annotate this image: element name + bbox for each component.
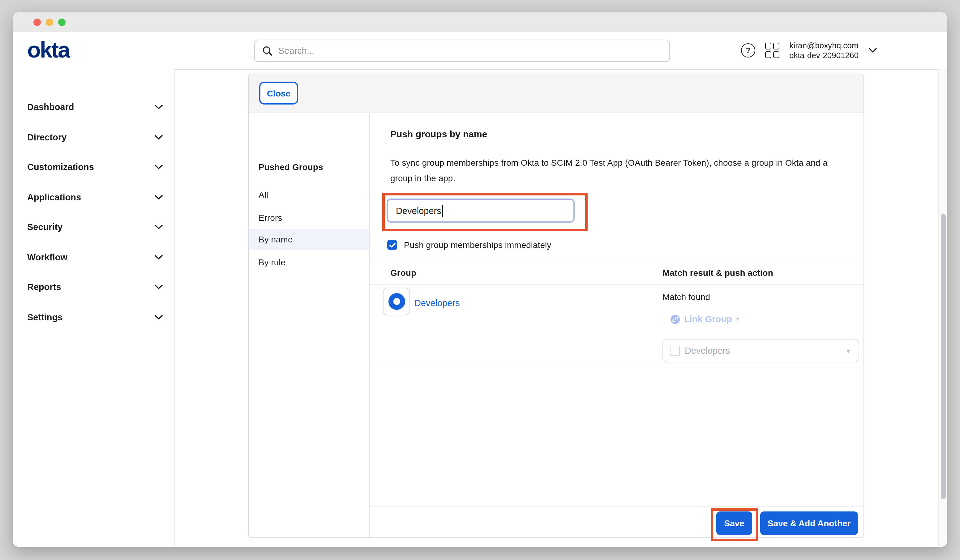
user-email: kiran@boxyhq.com bbox=[789, 40, 859, 50]
description-line-1: To sync group memberships from Okta to S… bbox=[390, 158, 828, 168]
sidebar-item-customizations[interactable]: Customizations bbox=[27, 161, 163, 173]
header-actions: ? kiran@boxyhq.com okta-dev-20901260 bbox=[741, 32, 877, 69]
okta-logo[interactable]: okta bbox=[27, 37, 69, 63]
chevron-down-icon bbox=[155, 255, 163, 260]
link-group-label: Link Group bbox=[684, 314, 732, 324]
page-title: Push groups by name bbox=[390, 129, 487, 139]
pushed-groups-subnav: Pushed Groups All Errors By name By rule bbox=[249, 112, 370, 538]
window-titlebar bbox=[13, 12, 947, 32]
divider bbox=[370, 260, 864, 260]
column-header-match: Match result & push action bbox=[662, 268, 773, 278]
footer-divider bbox=[370, 506, 864, 507]
close-button[interactable]: Close bbox=[259, 82, 298, 104]
link-group-action[interactable]: Link Group ▾ bbox=[670, 314, 739, 324]
push-immediately-label: Push group memberships immediately bbox=[404, 240, 551, 250]
match-status: Match found bbox=[662, 292, 710, 302]
chevron-down-icon bbox=[155, 224, 163, 229]
subnav-item-all[interactable]: All bbox=[249, 184, 369, 205]
sidebar-item-security[interactable]: Security bbox=[27, 221, 163, 233]
column-header-group: Group bbox=[390, 268, 416, 278]
search-icon bbox=[262, 45, 273, 56]
app-switcher-icon[interactable] bbox=[765, 43, 779, 58]
subnav-item-by-rule[interactable]: By rule bbox=[249, 252, 369, 273]
scrollbar-track[interactable] bbox=[938, 69, 947, 547]
user-org: okta-dev-20901260 bbox=[789, 50, 859, 60]
chevron-down-icon bbox=[155, 315, 163, 320]
app-header: okta Search... ? kiran@boxyhq.com okta-d… bbox=[13, 32, 947, 70]
link-icon bbox=[670, 315, 680, 324]
group-name-value: Developers bbox=[396, 206, 442, 216]
sidebar-item-settings[interactable]: Settings bbox=[27, 311, 163, 323]
caret-down-icon: ▾ bbox=[736, 316, 739, 322]
target-group-select[interactable]: Developers ▾ bbox=[662, 339, 859, 362]
screen: okta Search... ? kiran@boxyhq.com okta-d… bbox=[0, 0, 960, 560]
window-zoom-icon[interactable] bbox=[58, 19, 66, 26]
sidebar-item-dashboard[interactable]: Dashboard bbox=[27, 101, 163, 113]
save-button[interactable]: Save bbox=[716, 512, 752, 535]
chevron-down-icon bbox=[155, 285, 163, 290]
sidebar-item-workflow[interactable]: Workflow bbox=[27, 251, 163, 264]
group-avatar bbox=[383, 288, 410, 315]
subnav-item-errors[interactable]: Errors bbox=[249, 207, 369, 228]
chevron-down-icon bbox=[155, 195, 163, 200]
search-input[interactable]: Search... bbox=[254, 40, 670, 62]
panel-content: Push groups by name To sync group member… bbox=[370, 112, 864, 538]
browser-window: okta Search... ? kiran@boxyhq.com okta-d… bbox=[13, 12, 947, 547]
save-add-another-button[interactable]: Save & Add Another bbox=[760, 512, 858, 535]
chevron-down-icon[interactable] bbox=[869, 48, 877, 53]
divider bbox=[370, 285, 864, 285]
push-groups-panel: Close Pushed Groups All Errors By name B… bbox=[248, 74, 864, 538]
sidebar-item-applications[interactable]: Applications bbox=[27, 191, 163, 203]
sidebar-item-reports[interactable]: Reports bbox=[27, 281, 163, 293]
subnav-item-by-name[interactable]: By name bbox=[249, 229, 369, 250]
checkmark-icon bbox=[389, 242, 395, 248]
target-group-value: Developers bbox=[685, 346, 730, 355]
subnav-title: Pushed Groups bbox=[259, 162, 323, 172]
group-icon bbox=[388, 293, 405, 310]
group-placeholder-icon bbox=[670, 346, 680, 355]
sidebar-item-directory[interactable]: Directory bbox=[27, 131, 163, 144]
divider bbox=[370, 367, 864, 367]
chevron-down-icon bbox=[155, 165, 163, 170]
chevron-down-icon bbox=[155, 135, 163, 140]
search-placeholder: Search... bbox=[278, 46, 314, 56]
group-name-link[interactable]: Developers bbox=[414, 298, 460, 308]
window-minimize-icon[interactable] bbox=[46, 19, 53, 26]
scrollbar-thumb[interactable] bbox=[941, 214, 946, 499]
user-menu[interactable]: kiran@boxyhq.com okta-dev-20901260 bbox=[789, 40, 859, 60]
group-name-input[interactable]: Developers bbox=[387, 198, 574, 222]
caret-down-icon: ▾ bbox=[847, 347, 850, 354]
panel-toolbar: Close bbox=[249, 74, 864, 113]
sidebar-nav: Dashboard Directory Customizations Appli… bbox=[13, 69, 175, 547]
description-line-2: group in the app. bbox=[390, 173, 455, 183]
help-icon[interactable]: ? bbox=[741, 43, 755, 58]
chevron-down-icon bbox=[155, 104, 163, 109]
text-cursor bbox=[442, 205, 443, 217]
window-close-icon[interactable] bbox=[34, 19, 41, 26]
push-immediately-checkbox[interactable] bbox=[387, 240, 397, 250]
